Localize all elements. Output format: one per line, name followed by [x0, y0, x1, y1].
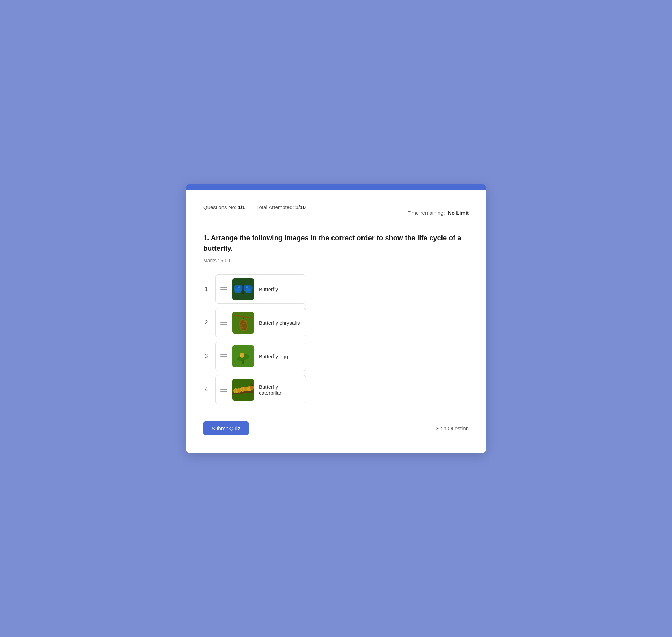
handle-line: [220, 289, 227, 290]
drag-handle-3[interactable]: [220, 354, 227, 358]
drag-handle-4[interactable]: [220, 388, 227, 392]
questions-no: Questions No: 1/1: [203, 204, 245, 210]
item-image-caterpillar: [232, 379, 254, 401]
item-image-egg: [232, 345, 254, 367]
drag-item-row: 4: [203, 375, 469, 404]
question-number: 1.: [203, 234, 209, 242]
handle-line: [220, 388, 227, 388]
time-remaining-label: Time remaining:: [408, 210, 445, 216]
drag-handle-2[interactable]: [220, 321, 227, 325]
modal-header-bar: [186, 184, 486, 190]
handle-line: [220, 291, 227, 291]
item-label-3: Butterfly egg: [259, 353, 288, 359]
svg-point-8: [238, 286, 240, 288]
item-position-2: 2: [203, 320, 210, 326]
total-attempted: Total Attempted: 1/10: [256, 204, 306, 210]
drag-item-row: 1: [203, 274, 469, 304]
handle-line: [220, 356, 227, 357]
item-label-2: Butterfly chrysalis: [259, 320, 300, 326]
questions-no-label: Questions No:: [203, 204, 236, 210]
questions-no-value: 1/1: [238, 204, 245, 210]
item-image-chrysalis: [232, 312, 254, 334]
item-position-4: 4: [203, 387, 210, 393]
time-remaining: Time remaining: No Limit: [408, 210, 469, 216]
item-label-1: Butterfly: [259, 286, 278, 292]
handle-line: [220, 322, 227, 323]
marks-text: Marks : 5.00: [203, 258, 469, 263]
handle-line: [220, 321, 227, 321]
svg-point-36: [253, 387, 254, 387]
modal-body: Questions No: 1/1 Total Attempted: 1/10 …: [186, 190, 486, 453]
skip-question-button[interactable]: Skip Question: [436, 425, 469, 431]
handle-line: [220, 389, 227, 390]
quiz-meta-left: Questions No: 1/1 Total Attempted: 1/10: [203, 204, 306, 221]
svg-point-3: [234, 288, 241, 293]
drag-item-card-1[interactable]: Butterfly: [215, 274, 306, 304]
handle-line: [220, 324, 227, 325]
drag-item-card-3[interactable]: Butterfly egg: [215, 342, 306, 371]
handle-line: [220, 287, 227, 288]
drag-item-row: 3: [203, 342, 469, 371]
quiz-meta: Questions No: 1/1 Total Attempted: 1/10 …: [203, 204, 469, 221]
quiz-footer: Submit Quiz Skip Question: [203, 421, 469, 435]
submit-quiz-button[interactable]: Submit Quiz: [203, 421, 249, 435]
item-label-4: Butterfly caterpillar: [259, 384, 301, 396]
total-attempted-value: 1/10: [295, 204, 306, 210]
drag-item-card-2[interactable]: Butterfly chrysalis: [215, 308, 306, 337]
time-remaining-value: No Limit: [448, 210, 469, 216]
drag-item-card-4[interactable]: Butterfly caterpillar: [215, 375, 306, 404]
handle-line: [220, 354, 227, 355]
total-attempted-label: Total Attempted:: [256, 204, 294, 210]
handle-line: [220, 358, 227, 358]
svg-rect-5: [243, 285, 244, 294]
svg-point-9: [246, 286, 248, 288]
item-position-1: 1: [203, 286, 210, 292]
svg-point-4: [245, 288, 252, 293]
item-position-3: 3: [203, 353, 210, 359]
question-body: Arrange the following images in the corr…: [203, 234, 461, 252]
item-image-butterfly: [232, 278, 254, 300]
quiz-modal: Questions No: 1/1 Total Attempted: 1/10 …: [186, 184, 486, 453]
handle-line: [220, 391, 227, 392]
drag-item-row: 2: [203, 308, 469, 337]
question-text: 1. Arrange the following images in the c…: [203, 233, 469, 254]
drag-handle-1[interactable]: [220, 287, 227, 291]
drag-list: 1: [203, 274, 469, 404]
